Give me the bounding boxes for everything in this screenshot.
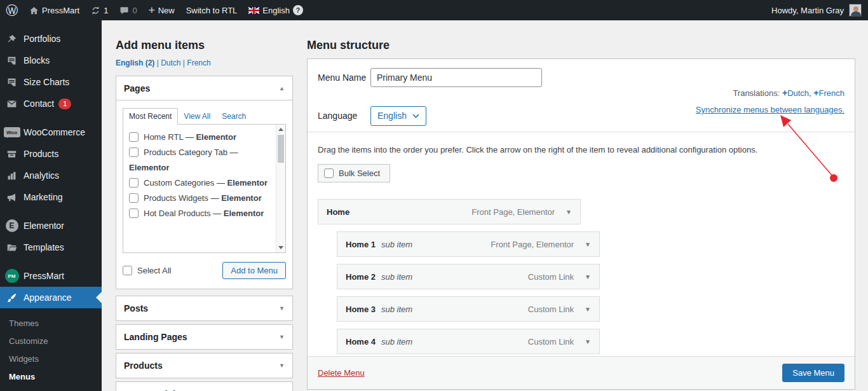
page-checkbox-item[interactable]: Products Category Tab — Elementor bbox=[129, 145, 270, 175]
expand-icon[interactable]: ▼ bbox=[279, 334, 285, 340]
checkbox[interactable] bbox=[129, 193, 139, 203]
menu-item-home-1[interactable]: Home 1 sub item Front Page, Elementor ▼ bbox=[337, 231, 600, 257]
menu-settings-header: Menu Name Language English Translations:… bbox=[308, 59, 855, 132]
sidebar-item-templates[interactable]: Templates bbox=[0, 237, 102, 258]
tab-search[interactable]: Search bbox=[216, 109, 252, 124]
translations-line: Translations: +Dutch, +French bbox=[733, 88, 844, 98]
wordpress-logo-icon: Ⓦ bbox=[6, 4, 18, 17]
save-menu-button[interactable]: Save Menu bbox=[782, 364, 844, 382]
submenu-item-widgets[interactable]: Widgets bbox=[0, 350, 102, 367]
checkbox[interactable] bbox=[129, 178, 139, 188]
new-label: New bbox=[158, 6, 175, 15]
tab-view-all[interactable]: View All bbox=[178, 109, 216, 124]
item-settings-arrow-icon[interactable]: ▼ bbox=[585, 306, 591, 313]
language-filter-french[interactable]: French bbox=[187, 58, 210, 67]
admin-sidebar: Portfolios Blocks Size Charts Contact 1 … bbox=[0, 20, 102, 391]
delete-menu-link[interactable]: Delete Menu bbox=[318, 368, 365, 378]
sidebar-item-label: Appearance bbox=[24, 292, 72, 303]
checkbox[interactable] bbox=[129, 132, 139, 142]
menu-item-home-3[interactable]: Home 3 sub item Custom Link ▼ bbox=[337, 296, 600, 322]
pages-panel-title: Pages bbox=[124, 83, 150, 93]
site-name-link[interactable]: PressMart bbox=[24, 0, 85, 20]
products-accordion-title: Products bbox=[124, 360, 163, 371]
scroll-up-icon[interactable] bbox=[276, 125, 285, 134]
wordpress-menu-button[interactable]: Ⓦ bbox=[0, 0, 24, 20]
sidebar-item-portfolios[interactable]: Portfolios bbox=[0, 28, 102, 50]
language-filter-dutch[interactable]: Dutch bbox=[161, 58, 180, 67]
sidebar-item-appearance[interactable]: Appearance bbox=[0, 287, 102, 308]
switch-to-rtl-button[interactable]: Switch to RTL bbox=[180, 0, 243, 20]
menu-name-row: Menu Name bbox=[318, 68, 844, 87]
bulk-select-control[interactable]: Bulk Select bbox=[318, 164, 390, 182]
new-content-button[interactable]: + New bbox=[143, 0, 180, 20]
page-checkbox-item[interactable]: Products Widgets — Elementor bbox=[129, 191, 270, 206]
sidebar-item-size-charts[interactable]: Size Charts bbox=[0, 71, 102, 93]
item-settings-arrow-icon[interactable]: ▼ bbox=[585, 241, 591, 248]
sidebar-item-analytics[interactable]: Analytics bbox=[0, 165, 102, 186]
bulk-select-checkbox[interactable] bbox=[324, 168, 334, 178]
sidebar-item-label: PressMart bbox=[24, 271, 64, 281]
page-checkbox-item[interactable]: Hot Deal Products — Elementor bbox=[129, 206, 270, 221]
sidebar-item-elementor[interactable]: E Elementor bbox=[0, 215, 102, 237]
submenu-item-menus[interactable]: Menus bbox=[0, 367, 102, 385]
language-switcher[interactable]: English ? bbox=[243, 0, 309, 20]
sidebar-item-label: Marketing bbox=[24, 192, 62, 202]
sidebar-item-blocks[interactable]: Blocks bbox=[0, 50, 102, 71]
menu-item-home[interactable]: Home Front Page, Elementor ▼ bbox=[318, 199, 581, 224]
item-settings-arrow-icon[interactable]: ▼ bbox=[585, 338, 591, 345]
page-checkbox-item[interactable]: Home RTL — Elementor bbox=[129, 130, 270, 145]
help-icon[interactable]: ? bbox=[293, 5, 303, 15]
select-all-control[interactable]: Select All bbox=[123, 266, 171, 275]
sidebar-item-label: WooCommerce bbox=[24, 127, 85, 137]
user-avatar[interactable] bbox=[849, 4, 862, 17]
main-content: Add menu items English (2) | Dutch | Fre… bbox=[102, 20, 868, 391]
item-settings-arrow-icon[interactable]: ▼ bbox=[566, 209, 572, 216]
page-checkbox-item[interactable]: Custom Categories — Elementor bbox=[129, 175, 270, 191]
landing-pages-accordion[interactable]: Landing Pages ▼ bbox=[116, 324, 293, 350]
tab-most-recent[interactable]: Most Recent bbox=[123, 108, 178, 125]
home-icon bbox=[29, 6, 39, 15]
comments-button[interactable]: 0 bbox=[114, 0, 142, 20]
item-settings-arrow-icon[interactable]: ▼ bbox=[585, 273, 591, 280]
custom-links-accordion[interactable]: Custom Links ▼ bbox=[116, 381, 293, 391]
menu-name-input[interactable] bbox=[370, 68, 542, 87]
translations-label: Translations: bbox=[733, 88, 780, 98]
expand-icon[interactable]: ▼ bbox=[279, 362, 285, 369]
scrollbar-thumb[interactable] bbox=[278, 135, 284, 163]
scrollbar[interactable] bbox=[276, 125, 285, 252]
checkbox[interactable] bbox=[129, 209, 139, 218]
collapse-icon[interactable]: ▲ bbox=[279, 85, 285, 92]
posts-accordion[interactable]: Posts ▼ bbox=[116, 296, 293, 321]
checkbox[interactable] bbox=[129, 147, 139, 157]
sidebar-item-contact[interactable]: Contact 1 bbox=[0, 93, 102, 114]
add-to-menu-button[interactable]: Add to Menu bbox=[222, 262, 286, 279]
submenu-item-themes[interactable]: Themes bbox=[0, 314, 102, 332]
sidebar-item-pressmart[interactable]: PM PressMart bbox=[0, 265, 102, 287]
pages-tabs: Most Recent View All Search bbox=[123, 108, 286, 124]
menu-item-home-2[interactable]: Home 2 sub item Custom Link ▼ bbox=[337, 264, 600, 289]
chevron-down-icon bbox=[412, 114, 419, 118]
synchronize-menus-link[interactable]: Synchronize menus between languages. bbox=[696, 105, 844, 114]
uk-flag-icon bbox=[248, 7, 259, 14]
select-all-checkbox[interactable] bbox=[123, 266, 132, 275]
pushpin-icon bbox=[0, 34, 24, 45]
howdy-label[interactable]: Howdy, Martin Gray bbox=[771, 6, 844, 15]
updates-button[interactable]: 1 bbox=[85, 0, 114, 20]
products-accordion[interactable]: Products ▼ bbox=[116, 353, 293, 378]
submenu-item-customize[interactable]: Customize bbox=[0, 332, 102, 350]
drag-instructions: Drag the items into the order you prefer… bbox=[318, 145, 844, 154]
menu-item-home-4[interactable]: Home 4 sub item Custom Link ▼ bbox=[337, 329, 600, 354]
sidebar-item-marketing[interactable]: Marketing bbox=[0, 186, 102, 208]
language-filter-english[interactable]: English (2) bbox=[116, 58, 154, 67]
expand-icon[interactable]: ▼ bbox=[279, 305, 285, 312]
pages-panel-header[interactable]: Pages ▲ bbox=[116, 76, 292, 100]
menu-structure-body: Drag the items into the order you prefer… bbox=[308, 132, 855, 356]
sidebar-item-products[interactable]: Products bbox=[0, 143, 102, 165]
sidebar-item-label: Products bbox=[24, 149, 58, 159]
language-select[interactable]: English bbox=[370, 106, 426, 126]
sidebar-item-woocommerce[interactable]: Woo WooCommerce bbox=[0, 121, 102, 143]
add-dutch-translation-link[interactable]: +Dutch bbox=[782, 88, 809, 98]
document-icon bbox=[0, 77, 24, 88]
add-french-translation-link[interactable]: +French bbox=[813, 88, 844, 98]
scroll-down-icon[interactable] bbox=[276, 243, 285, 252]
